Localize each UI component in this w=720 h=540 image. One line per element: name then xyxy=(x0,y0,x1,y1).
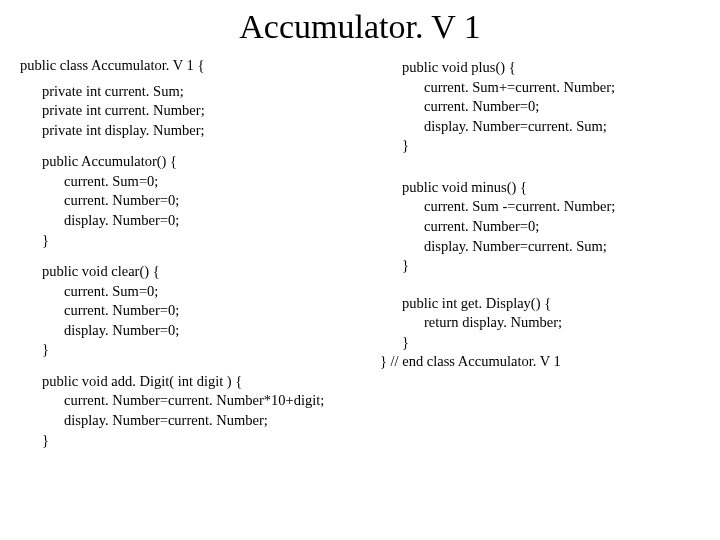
minus-block: public void minus() { current. Sum -=cur… xyxy=(380,178,720,276)
ctor-head: public Accumulator() { xyxy=(20,152,360,172)
add-line-2: display. Number=current. Number; xyxy=(20,411,360,431)
minus-head: public void minus() { xyxy=(380,178,720,198)
fields-block: private int current. Sum; private int cu… xyxy=(20,82,360,141)
clear-line-3: display. Number=0; xyxy=(20,321,360,341)
field-display: private int display. Number; xyxy=(20,121,360,141)
add-digit-block: public void add. Digit( int digit ) { cu… xyxy=(20,372,360,450)
code-columns: public class Accumulator. V 1 { private … xyxy=(20,56,700,462)
minus-line-2: current. Number=0; xyxy=(380,217,720,237)
plus-end: } xyxy=(380,136,720,156)
ctor-end: } xyxy=(20,231,360,251)
plus-line-3: display. Number=current. Sum; xyxy=(380,117,720,137)
spacer xyxy=(380,168,720,178)
get-line-1: return display. Number; xyxy=(380,313,720,333)
plus-line-2: current. Number=0; xyxy=(380,97,720,117)
field-number: private int current. Number; xyxy=(20,101,360,121)
clear-end: } xyxy=(20,340,360,360)
minus-end: } xyxy=(380,256,720,276)
plus-block: public void plus() { current. Sum+=curre… xyxy=(380,58,720,156)
minus-line-1: current. Sum -=current. Number; xyxy=(380,197,720,217)
add-line-1: current. Number=current. Number*10+digit… xyxy=(20,391,360,411)
slide: Accumulator. V 1 public class Accumulato… xyxy=(0,0,720,540)
field-sum: private int current. Sum; xyxy=(20,82,360,102)
clear-line-1: current. Sum=0; xyxy=(20,282,360,302)
get-head: public int get. Display() { xyxy=(380,294,720,314)
right-column: public void plus() { current. Sum+=curre… xyxy=(370,56,720,462)
ctor-line-1: current. Sum=0; xyxy=(20,172,360,192)
clear-head: public void clear() { xyxy=(20,262,360,282)
get-end: } xyxy=(380,333,720,353)
left-column: public class Accumulator. V 1 { private … xyxy=(20,56,370,462)
ctor-line-2: current. Number=0; xyxy=(20,191,360,211)
minus-line-3: display. Number=current. Sum; xyxy=(380,237,720,257)
clear-block: public void clear() { current. Sum=0; cu… xyxy=(20,262,360,360)
ctor-line-3: display. Number=0; xyxy=(20,211,360,231)
get-display-block: public int get. Display() { return displ… xyxy=(380,294,720,372)
add-end: } xyxy=(20,431,360,451)
class-end: } // end class Accumulator. V 1 xyxy=(380,352,720,372)
plus-line-1: current. Sum+=current. Number; xyxy=(380,78,720,98)
constructor-block: public Accumulator() { current. Sum=0; c… xyxy=(20,152,360,250)
plus-head: public void plus() { xyxy=(380,58,720,78)
clear-line-2: current. Number=0; xyxy=(20,301,360,321)
page-title: Accumulator. V 1 xyxy=(20,8,700,46)
class-declaration: public class Accumulator. V 1 { xyxy=(20,56,360,76)
add-head: public void add. Digit( int digit ) { xyxy=(20,372,360,392)
